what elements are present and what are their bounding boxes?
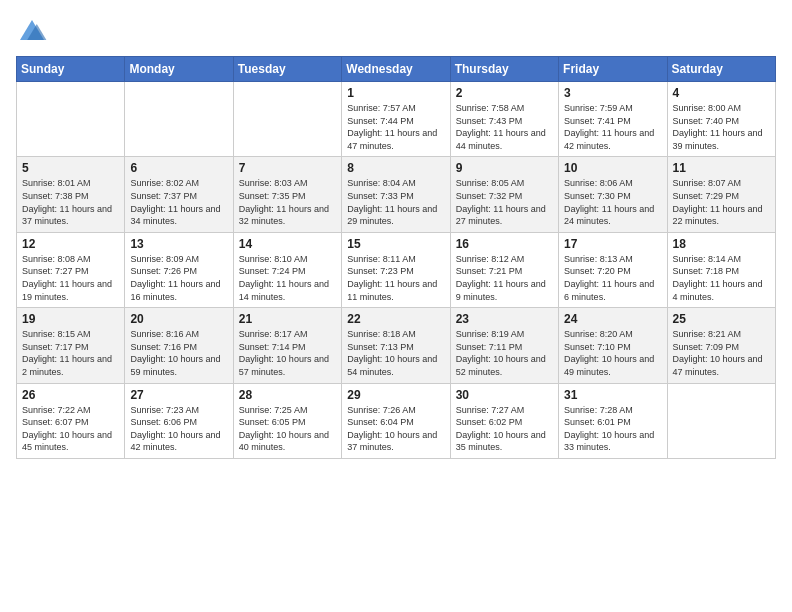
calendar-cell: 16Sunrise: 8:12 AMSunset: 7:21 PMDayligh… <box>450 232 558 307</box>
day-number: 13 <box>130 237 227 251</box>
day-number: 4 <box>673 86 770 100</box>
day-number: 17 <box>564 237 661 251</box>
weekday-header: Sunday <box>17 57 125 82</box>
calendar-cell: 21Sunrise: 8:17 AMSunset: 7:14 PMDayligh… <box>233 308 341 383</box>
day-number: 3 <box>564 86 661 100</box>
day-number: 20 <box>130 312 227 326</box>
day-info: Sunrise: 8:12 AMSunset: 7:21 PMDaylight:… <box>456 253 553 303</box>
day-info: Sunrise: 8:10 AMSunset: 7:24 PMDaylight:… <box>239 253 336 303</box>
day-number: 25 <box>673 312 770 326</box>
calendar-week-row: 5Sunrise: 8:01 AMSunset: 7:38 PMDaylight… <box>17 157 776 232</box>
weekday-header: Wednesday <box>342 57 450 82</box>
day-info: Sunrise: 8:20 AMSunset: 7:10 PMDaylight:… <box>564 328 661 378</box>
calendar-cell: 27Sunrise: 7:23 AMSunset: 6:06 PMDayligh… <box>125 383 233 458</box>
calendar-cell: 28Sunrise: 7:25 AMSunset: 6:05 PMDayligh… <box>233 383 341 458</box>
calendar-cell <box>125 82 233 157</box>
calendar-cell: 8Sunrise: 8:04 AMSunset: 7:33 PMDaylight… <box>342 157 450 232</box>
day-info: Sunrise: 8:19 AMSunset: 7:11 PMDaylight:… <box>456 328 553 378</box>
day-info: Sunrise: 8:11 AMSunset: 7:23 PMDaylight:… <box>347 253 444 303</box>
day-info: Sunrise: 8:15 AMSunset: 7:17 PMDaylight:… <box>22 328 119 378</box>
calendar-week-row: 12Sunrise: 8:08 AMSunset: 7:27 PMDayligh… <box>17 232 776 307</box>
day-info: Sunrise: 8:18 AMSunset: 7:13 PMDaylight:… <box>347 328 444 378</box>
calendar-cell <box>17 82 125 157</box>
day-number: 7 <box>239 161 336 175</box>
day-number: 12 <box>22 237 119 251</box>
day-info: Sunrise: 7:59 AMSunset: 7:41 PMDaylight:… <box>564 102 661 152</box>
day-info: Sunrise: 8:08 AMSunset: 7:27 PMDaylight:… <box>22 253 119 303</box>
day-info: Sunrise: 8:09 AMSunset: 7:26 PMDaylight:… <box>130 253 227 303</box>
calendar-cell: 24Sunrise: 8:20 AMSunset: 7:10 PMDayligh… <box>559 308 667 383</box>
weekday-header: Tuesday <box>233 57 341 82</box>
calendar-cell: 11Sunrise: 8:07 AMSunset: 7:29 PMDayligh… <box>667 157 775 232</box>
day-info: Sunrise: 8:02 AMSunset: 7:37 PMDaylight:… <box>130 177 227 227</box>
calendar-cell: 18Sunrise: 8:14 AMSunset: 7:18 PMDayligh… <box>667 232 775 307</box>
day-info: Sunrise: 8:00 AMSunset: 7:40 PMDaylight:… <box>673 102 770 152</box>
logo <box>16 16 52 48</box>
day-number: 2 <box>456 86 553 100</box>
calendar-cell: 31Sunrise: 7:28 AMSunset: 6:01 PMDayligh… <box>559 383 667 458</box>
calendar-cell: 13Sunrise: 8:09 AMSunset: 7:26 PMDayligh… <box>125 232 233 307</box>
day-info: Sunrise: 8:01 AMSunset: 7:38 PMDaylight:… <box>22 177 119 227</box>
day-info: Sunrise: 8:16 AMSunset: 7:16 PMDaylight:… <box>130 328 227 378</box>
calendar-cell: 17Sunrise: 8:13 AMSunset: 7:20 PMDayligh… <box>559 232 667 307</box>
calendar-cell: 10Sunrise: 8:06 AMSunset: 7:30 PMDayligh… <box>559 157 667 232</box>
day-number: 9 <box>456 161 553 175</box>
day-info: Sunrise: 8:17 AMSunset: 7:14 PMDaylight:… <box>239 328 336 378</box>
day-number: 10 <box>564 161 661 175</box>
day-info: Sunrise: 7:26 AMSunset: 6:04 PMDaylight:… <box>347 404 444 454</box>
weekday-header: Monday <box>125 57 233 82</box>
calendar-cell: 6Sunrise: 8:02 AMSunset: 7:37 PMDaylight… <box>125 157 233 232</box>
weekday-header-row: SundayMondayTuesdayWednesdayThursdayFrid… <box>17 57 776 82</box>
calendar-cell: 15Sunrise: 8:11 AMSunset: 7:23 PMDayligh… <box>342 232 450 307</box>
calendar-week-row: 26Sunrise: 7:22 AMSunset: 6:07 PMDayligh… <box>17 383 776 458</box>
day-number: 23 <box>456 312 553 326</box>
day-number: 29 <box>347 388 444 402</box>
day-info: Sunrise: 8:21 AMSunset: 7:09 PMDaylight:… <box>673 328 770 378</box>
day-number: 28 <box>239 388 336 402</box>
calendar-cell: 20Sunrise: 8:16 AMSunset: 7:16 PMDayligh… <box>125 308 233 383</box>
page-header <box>16 16 776 48</box>
day-info: Sunrise: 7:58 AMSunset: 7:43 PMDaylight:… <box>456 102 553 152</box>
day-number: 5 <box>22 161 119 175</box>
day-number: 14 <box>239 237 336 251</box>
calendar-cell: 9Sunrise: 8:05 AMSunset: 7:32 PMDaylight… <box>450 157 558 232</box>
calendar-cell: 22Sunrise: 8:18 AMSunset: 7:13 PMDayligh… <box>342 308 450 383</box>
calendar-week-row: 1Sunrise: 7:57 AMSunset: 7:44 PMDaylight… <box>17 82 776 157</box>
weekday-header: Friday <box>559 57 667 82</box>
day-number: 21 <box>239 312 336 326</box>
day-info: Sunrise: 8:07 AMSunset: 7:29 PMDaylight:… <box>673 177 770 227</box>
calendar-cell: 14Sunrise: 8:10 AMSunset: 7:24 PMDayligh… <box>233 232 341 307</box>
day-info: Sunrise: 7:28 AMSunset: 6:01 PMDaylight:… <box>564 404 661 454</box>
day-info: Sunrise: 7:23 AMSunset: 6:06 PMDaylight:… <box>130 404 227 454</box>
calendar-cell: 29Sunrise: 7:26 AMSunset: 6:04 PMDayligh… <box>342 383 450 458</box>
day-info: Sunrise: 7:25 AMSunset: 6:05 PMDaylight:… <box>239 404 336 454</box>
day-number: 30 <box>456 388 553 402</box>
calendar-cell: 3Sunrise: 7:59 AMSunset: 7:41 PMDaylight… <box>559 82 667 157</box>
day-number: 15 <box>347 237 444 251</box>
day-info: Sunrise: 8:06 AMSunset: 7:30 PMDaylight:… <box>564 177 661 227</box>
day-info: Sunrise: 7:27 AMSunset: 6:02 PMDaylight:… <box>456 404 553 454</box>
calendar-cell: 5Sunrise: 8:01 AMSunset: 7:38 PMDaylight… <box>17 157 125 232</box>
calendar-cell: 4Sunrise: 8:00 AMSunset: 7:40 PMDaylight… <box>667 82 775 157</box>
calendar-cell: 12Sunrise: 8:08 AMSunset: 7:27 PMDayligh… <box>17 232 125 307</box>
calendar-cell: 30Sunrise: 7:27 AMSunset: 6:02 PMDayligh… <box>450 383 558 458</box>
day-number: 6 <box>130 161 227 175</box>
calendar-cell: 7Sunrise: 8:03 AMSunset: 7:35 PMDaylight… <box>233 157 341 232</box>
day-number: 22 <box>347 312 444 326</box>
day-number: 11 <box>673 161 770 175</box>
day-number: 31 <box>564 388 661 402</box>
calendar-week-row: 19Sunrise: 8:15 AMSunset: 7:17 PMDayligh… <box>17 308 776 383</box>
day-number: 27 <box>130 388 227 402</box>
calendar-table: SundayMondayTuesdayWednesdayThursdayFrid… <box>16 56 776 459</box>
day-number: 19 <box>22 312 119 326</box>
weekday-header: Thursday <box>450 57 558 82</box>
day-info: Sunrise: 8:03 AMSunset: 7:35 PMDaylight:… <box>239 177 336 227</box>
day-info: Sunrise: 8:05 AMSunset: 7:32 PMDaylight:… <box>456 177 553 227</box>
calendar-cell <box>233 82 341 157</box>
day-number: 8 <box>347 161 444 175</box>
day-info: Sunrise: 8:14 AMSunset: 7:18 PMDaylight:… <box>673 253 770 303</box>
day-info: Sunrise: 8:13 AMSunset: 7:20 PMDaylight:… <box>564 253 661 303</box>
day-info: Sunrise: 7:57 AMSunset: 7:44 PMDaylight:… <box>347 102 444 152</box>
day-info: Sunrise: 7:22 AMSunset: 6:07 PMDaylight:… <box>22 404 119 454</box>
calendar-cell: 19Sunrise: 8:15 AMSunset: 7:17 PMDayligh… <box>17 308 125 383</box>
